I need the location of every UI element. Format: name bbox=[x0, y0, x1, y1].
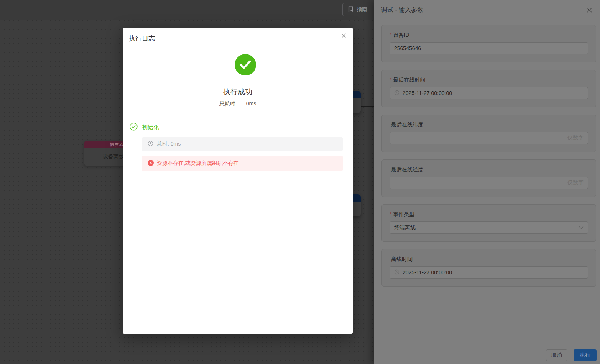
step-duration: 耗时: 0ms bbox=[157, 141, 181, 148]
field-card-event-type: *事件类型 终端离线 bbox=[381, 204, 596, 242]
step-name: 初始化 bbox=[142, 124, 159, 131]
event-type-select[interactable]: 终端离线 bbox=[390, 221, 588, 234]
input-placeholder: 仅数字 bbox=[567, 134, 584, 141]
total-time-value: 0ms bbox=[246, 100, 256, 107]
input-placeholder: 仅数字 bbox=[567, 179, 584, 186]
input-value: 256545646 bbox=[394, 45, 421, 51]
input-value: 2025-11-27 00:00:00 bbox=[403, 269, 452, 275]
step-error-message: 资源不存在,或资源所属组织不存在 bbox=[157, 160, 239, 167]
field-card-offline-time: 离线时间 2025-11-27 00:00:00 bbox=[381, 249, 596, 287]
cancel-button[interactable]: 取消 bbox=[546, 349, 567, 361]
select-value: 终端离线 bbox=[394, 224, 416, 231]
device-id-input[interactable]: 256545646 bbox=[390, 42, 588, 54]
last-longitude-input[interactable]: 仅数字 bbox=[390, 177, 588, 189]
clock-icon bbox=[394, 269, 399, 276]
field-label: 最后在线经度 bbox=[391, 166, 423, 172]
last-latitude-input[interactable]: 仅数字 bbox=[390, 132, 588, 144]
field-label: 事件类型 bbox=[393, 211, 414, 217]
field-label: 最后在线时间 bbox=[393, 77, 425, 83]
offline-time-input[interactable]: 2025-11-27 00:00:00 bbox=[390, 266, 588, 279]
total-time-label: 总耗时： bbox=[219, 100, 241, 107]
field-card-last-online-time: *最后在线时间 2025-11-27 00:00:00 bbox=[381, 70, 596, 107]
last-online-time-input[interactable]: 2025-11-27 00:00:00 bbox=[390, 87, 588, 99]
input-value: 2025-11-27 00:00:00 bbox=[403, 90, 452, 96]
execution-log-modal: 执行日志 执行成功 总耗时：0ms 初始化 耗时: 0ms bbox=[123, 28, 353, 334]
step-error-box: 资源不存在,或资源所属组织不存在 bbox=[142, 156, 343, 171]
debug-panel-footer: 取消 执行 bbox=[546, 349, 597, 361]
field-label: 设备ID bbox=[393, 32, 409, 38]
debug-panel-header: 调试 - 输入参数 bbox=[374, 0, 600, 20]
guide-button-label: 指南 bbox=[357, 6, 367, 13]
field-label: 离线时间 bbox=[391, 256, 413, 262]
clock-icon bbox=[148, 141, 153, 148]
clock-icon bbox=[394, 90, 399, 97]
execute-button[interactable]: 执行 bbox=[574, 349, 597, 361]
debug-panel-body: *设备ID 256545646 *最后在线时间 2025-11-27 00:00… bbox=[374, 20, 600, 287]
error-icon bbox=[148, 160, 154, 167]
required-mark: * bbox=[390, 32, 391, 38]
required-mark: * bbox=[390, 77, 391, 83]
total-time-row: 总耗时：0ms bbox=[123, 100, 353, 107]
step-row: 初始化 bbox=[130, 123, 159, 132]
success-check-icon bbox=[235, 54, 256, 75]
close-icon[interactable] bbox=[587, 7, 592, 13]
step-success-icon bbox=[130, 123, 138, 132]
close-icon[interactable] bbox=[341, 33, 346, 38]
modal-title: 执行日志 bbox=[129, 34, 155, 43]
field-label: 最后在线纬度 bbox=[391, 121, 423, 128]
field-card-last-latitude: 最后在线纬度 仅数字 bbox=[381, 115, 596, 152]
result-title: 执行成功 bbox=[123, 87, 353, 97]
debug-panel-title: 调试 - 输入参数 bbox=[381, 6, 423, 14]
step-duration-box: 耗时: 0ms bbox=[142, 137, 343, 151]
topbar: 指南 bbox=[0, 0, 374, 20]
debug-panel: 调试 - 输入参数 *设备ID 256545646 *最后在线时间 bbox=[374, 0, 600, 364]
field-card-device-id: *设备ID 256545646 bbox=[381, 25, 596, 62]
required-mark: * bbox=[390, 211, 391, 217]
field-card-last-longitude: 最后在线经度 仅数字 bbox=[381, 159, 596, 197]
chevron-down-icon bbox=[579, 226, 584, 229]
bookmark-icon bbox=[348, 6, 353, 13]
